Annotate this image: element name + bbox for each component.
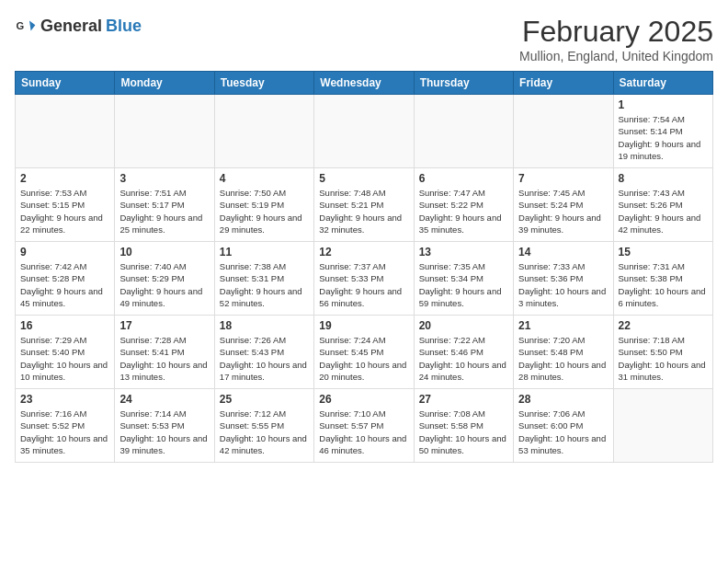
day-number: 24: [119, 393, 209, 406]
day-number: 20: [419, 319, 508, 332]
logo-general: General: [40, 17, 102, 36]
day-info: Sunrise: 7:06 AM Sunset: 6:00 PM Dayligh…: [518, 408, 608, 456]
calendar-day-cell: [514, 95, 613, 168]
day-number: 25: [220, 393, 309, 406]
day-info: Sunrise: 7:45 AM Sunset: 5:24 PM Dayligh…: [518, 187, 608, 236]
calendar-day-cell: 12Sunrise: 7:37 AM Sunset: 5:33 PM Dayli…: [314, 242, 414, 316]
day-number: 14: [518, 246, 608, 259]
calendar-day-cell: 15Sunrise: 7:31 AM Sunset: 5:38 PM Dayli…: [613, 242, 712, 316]
day-info: Sunrise: 7:53 AM Sunset: 5:15 PM Dayligh…: [20, 187, 109, 236]
day-info: Sunrise: 7:29 AM Sunset: 5:40 PM Dayligh…: [20, 334, 109, 383]
calendar-week-row: 1Sunrise: 7:54 AM Sunset: 5:14 PM Daylig…: [16, 95, 713, 168]
day-info: Sunrise: 7:37 AM Sunset: 5:33 PM Dayligh…: [319, 260, 408, 309]
day-info: Sunrise: 7:42 AM Sunset: 5:28 PM Dayligh…: [20, 260, 109, 309]
day-number: 8: [619, 172, 708, 185]
calendar-day-cell: 18Sunrise: 7:26 AM Sunset: 5:43 PM Dayli…: [214, 316, 313, 389]
day-number: 4: [220, 172, 309, 185]
calendar-day-cell: 14Sunrise: 7:33 AM Sunset: 5:36 PM Dayli…: [514, 242, 613, 316]
calendar-day-cell: 10Sunrise: 7:40 AM Sunset: 5:29 PM Dayli…: [115, 242, 214, 316]
day-of-week-header: Saturday: [613, 72, 712, 95]
day-info: Sunrise: 7:35 AM Sunset: 5:34 PM Dayligh…: [419, 260, 508, 309]
day-of-week-header: Thursday: [414, 72, 513, 95]
calendar-day-cell: 1Sunrise: 7:54 AM Sunset: 5:14 PM Daylig…: [613, 95, 712, 168]
calendar-day-cell: 27Sunrise: 7:08 AM Sunset: 5:58 PM Dayli…: [414, 389, 513, 463]
day-info: Sunrise: 7:20 AM Sunset: 5:48 PM Dayligh…: [518, 334, 608, 383]
title-area: February 2025 Mullion, England, United K…: [519, 15, 713, 63]
day-number: 5: [319, 172, 408, 185]
calendar-day-cell: [613, 389, 712, 463]
day-of-week-header: Sunday: [16, 72, 115, 95]
day-info: Sunrise: 7:22 AM Sunset: 5:46 PM Dayligh…: [419, 334, 508, 383]
day-info: Sunrise: 7:24 AM Sunset: 5:45 PM Dayligh…: [319, 334, 408, 383]
day-info: Sunrise: 7:12 AM Sunset: 5:55 PM Dayligh…: [220, 408, 309, 456]
day-number: 17: [119, 319, 209, 332]
day-number: 6: [419, 172, 508, 185]
day-info: Sunrise: 7:16 AM Sunset: 5:52 PM Dayligh…: [20, 408, 109, 456]
day-info: Sunrise: 7:31 AM Sunset: 5:38 PM Dayligh…: [619, 260, 708, 309]
day-of-week-header: Friday: [514, 72, 613, 95]
calendar-day-cell: 16Sunrise: 7:29 AM Sunset: 5:40 PM Dayli…: [16, 316, 115, 389]
calendar-day-cell: [414, 95, 513, 168]
calendar-day-cell: 7Sunrise: 7:45 AM Sunset: 5:24 PM Daylig…: [514, 168, 613, 242]
day-info: Sunrise: 7:48 AM Sunset: 5:21 PM Dayligh…: [319, 187, 408, 236]
day-number: 19: [319, 319, 408, 332]
calendar-day-cell: 8Sunrise: 7:43 AM Sunset: 5:26 PM Daylig…: [613, 168, 712, 242]
svg-text:G: G: [17, 20, 25, 31]
day-info: Sunrise: 7:40 AM Sunset: 5:29 PM Dayligh…: [119, 260, 209, 309]
day-number: 12: [319, 246, 408, 259]
calendar-day-cell: 4Sunrise: 7:50 AM Sunset: 5:19 PM Daylig…: [214, 168, 313, 242]
calendar-day-cell: [314, 95, 414, 168]
calendar-day-cell: 17Sunrise: 7:28 AM Sunset: 5:41 PM Dayli…: [115, 316, 214, 389]
day-info: Sunrise: 7:54 AM Sunset: 5:14 PM Dayligh…: [619, 113, 708, 162]
calendar-day-cell: 26Sunrise: 7:10 AM Sunset: 5:57 PM Dayli…: [314, 389, 414, 463]
calendar-day-cell: 25Sunrise: 7:12 AM Sunset: 5:55 PM Dayli…: [214, 389, 313, 463]
day-info: Sunrise: 7:08 AM Sunset: 5:58 PM Dayligh…: [419, 408, 508, 456]
calendar-day-cell: 20Sunrise: 7:22 AM Sunset: 5:46 PM Dayli…: [414, 316, 513, 389]
day-number: 21: [518, 319, 608, 332]
day-number: 10: [119, 246, 209, 259]
calendar-day-cell: 22Sunrise: 7:18 AM Sunset: 5:50 PM Dayli…: [613, 316, 712, 389]
calendar-day-cell: [115, 95, 214, 168]
month-title: February 2025: [519, 15, 713, 49]
day-number: 18: [220, 319, 309, 332]
day-number: 1: [619, 98, 708, 111]
calendar-header-row: SundayMondayTuesdayWednesdayThursdayFrid…: [16, 72, 713, 95]
calendar-day-cell: [214, 95, 313, 168]
calendar-day-cell: 19Sunrise: 7:24 AM Sunset: 5:45 PM Dayli…: [314, 316, 414, 389]
day-of-week-header: Monday: [115, 72, 214, 95]
day-info: Sunrise: 7:38 AM Sunset: 5:31 PM Dayligh…: [220, 260, 309, 309]
calendar-day-cell: [16, 95, 115, 168]
calendar-table: SundayMondayTuesdayWednesdayThursdayFrid…: [15, 71, 713, 463]
day-of-week-header: Wednesday: [314, 72, 414, 95]
day-number: 7: [518, 172, 608, 185]
location: Mullion, England, United Kingdom: [519, 49, 713, 63]
day-info: Sunrise: 7:28 AM Sunset: 5:41 PM Dayligh…: [119, 334, 209, 383]
day-number: 28: [518, 393, 608, 406]
day-number: 27: [419, 393, 508, 406]
day-number: 22: [619, 319, 708, 332]
svg-marker-1: [29, 20, 35, 30]
logo-blue: Blue: [106, 17, 142, 36]
day-info: Sunrise: 7:26 AM Sunset: 5:43 PM Dayligh…: [220, 334, 309, 383]
calendar-day-cell: 13Sunrise: 7:35 AM Sunset: 5:34 PM Dayli…: [414, 242, 513, 316]
day-info: Sunrise: 7:47 AM Sunset: 5:22 PM Dayligh…: [419, 187, 508, 236]
day-number: 23: [20, 393, 109, 406]
logo: G General Blue: [15, 15, 142, 37]
day-number: 11: [220, 246, 309, 259]
day-of-week-header: Tuesday: [214, 72, 313, 95]
day-info: Sunrise: 7:50 AM Sunset: 5:19 PM Dayligh…: [220, 187, 309, 236]
day-info: Sunrise: 7:18 AM Sunset: 5:50 PM Dayligh…: [619, 334, 708, 383]
calendar-day-cell: 23Sunrise: 7:16 AM Sunset: 5:52 PM Dayli…: [16, 389, 115, 463]
calendar-day-cell: 21Sunrise: 7:20 AM Sunset: 5:48 PM Dayli…: [514, 316, 613, 389]
calendar-week-row: 23Sunrise: 7:16 AM Sunset: 5:52 PM Dayli…: [16, 389, 713, 463]
day-number: 9: [20, 246, 109, 259]
day-info: Sunrise: 7:14 AM Sunset: 5:53 PM Dayligh…: [119, 408, 209, 456]
calendar-week-row: 16Sunrise: 7:29 AM Sunset: 5:40 PM Dayli…: [16, 316, 713, 389]
page-header: G General Blue February 2025 Mullion, En…: [15, 15, 713, 63]
day-info: Sunrise: 7:10 AM Sunset: 5:57 PM Dayligh…: [319, 408, 408, 456]
calendar-day-cell: 6Sunrise: 7:47 AM Sunset: 5:22 PM Daylig…: [414, 168, 513, 242]
day-info: Sunrise: 7:51 AM Sunset: 5:17 PM Dayligh…: [119, 187, 209, 236]
calendar-day-cell: 5Sunrise: 7:48 AM Sunset: 5:21 PM Daylig…: [314, 168, 414, 242]
calendar-day-cell: 2Sunrise: 7:53 AM Sunset: 5:15 PM Daylig…: [16, 168, 115, 242]
calendar-day-cell: 24Sunrise: 7:14 AM Sunset: 5:53 PM Dayli…: [115, 389, 214, 463]
